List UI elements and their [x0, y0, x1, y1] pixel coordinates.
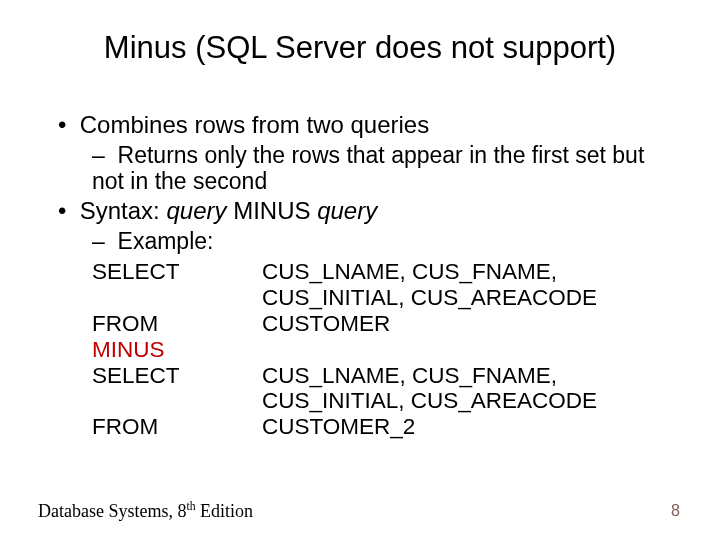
- footer-text-a: Database Systems, 8: [38, 501, 186, 521]
- sql-row-from2: FROM CUSTOMER_2: [92, 414, 678, 440]
- slide-body: • Combines rows from two queries – Retur…: [58, 112, 678, 440]
- sql-kw-select2: SELECT: [92, 363, 262, 389]
- syntax-prefix: • Syntax:: [58, 197, 166, 224]
- page-number: 8: [671, 502, 680, 520]
- sql-kw-minus: MINUS: [92, 337, 262, 363]
- sql-example: SELECT CUS_LNAME, CUS_FNAME, CUS_INITIAL…: [92, 259, 678, 440]
- slide: Minus (SQL Server does not support) • Co…: [0, 0, 720, 540]
- sql-row-cols2b: CUS_INITIAL, CUS_AREACODE: [92, 388, 678, 414]
- sql-row-select1: SELECT CUS_LNAME, CUS_FNAME,: [92, 259, 678, 285]
- sql-kw-from2: FROM: [92, 414, 262, 440]
- dash-example: – Example:: [92, 229, 678, 255]
- footer-text-b: Edition: [196, 501, 254, 521]
- sql-cols2a: CUS_LNAME, CUS_FNAME,: [262, 363, 678, 389]
- sql-tbl1: CUSTOMER: [262, 311, 678, 337]
- sql-row-from1: FROM CUSTOMER: [92, 311, 678, 337]
- sql-cols2b: CUS_INITIAL, CUS_AREACODE: [262, 388, 678, 414]
- sql-cols1a: CUS_LNAME, CUS_FNAME,: [262, 259, 678, 285]
- slide-title: Minus (SQL Server does not support): [0, 30, 720, 66]
- sql-cols1b: CUS_INITIAL, CUS_AREACODE: [262, 285, 678, 311]
- sql-tbl2: CUSTOMER_2: [262, 414, 678, 440]
- sql-kw-from1: FROM: [92, 311, 262, 337]
- syntax-minus: MINUS: [227, 197, 318, 224]
- dash-returns: – Returns only the rows that appear in t…: [92, 143, 678, 195]
- sql-kw-select1: SELECT: [92, 259, 262, 285]
- footer-sup: th: [186, 500, 195, 513]
- syntax-query1: query: [166, 197, 226, 224]
- bullet-combines: • Combines rows from two queries: [58, 112, 678, 139]
- syntax-query2: query: [317, 197, 377, 224]
- footer-citation: Database Systems, 8th Edition: [38, 501, 253, 522]
- sql-row-cols1b: CUS_INITIAL, CUS_AREACODE: [92, 285, 678, 311]
- bullet-syntax: • Syntax: query MINUS query: [58, 198, 678, 225]
- sql-row-minus: MINUS: [92, 337, 678, 363]
- sql-row-select2: SELECT CUS_LNAME, CUS_FNAME,: [92, 363, 678, 389]
